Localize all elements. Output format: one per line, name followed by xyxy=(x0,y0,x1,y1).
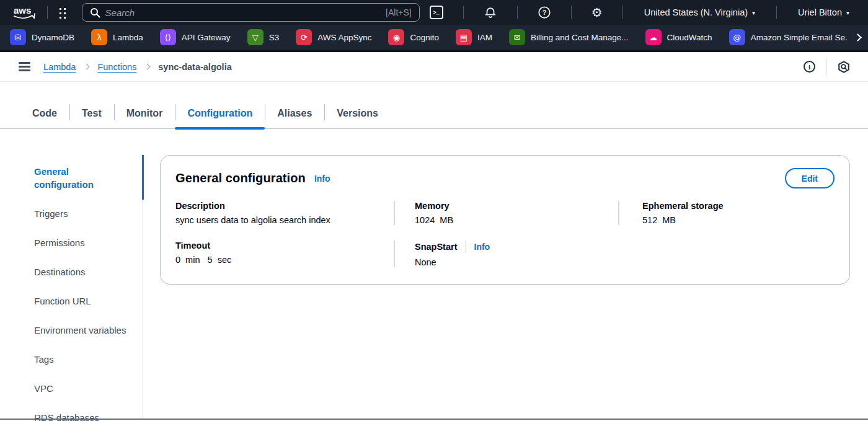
gear-icon: ⚙ xyxy=(591,6,603,19)
iam-icon: ▤ xyxy=(456,29,472,45)
favorite-ses[interactable]: @ Amazon Simple Email Se... xyxy=(729,29,852,45)
tab-test[interactable]: Test xyxy=(69,100,114,128)
chevron-down-icon: ▾ xyxy=(846,9,849,16)
services-grid-icon[interactable] xyxy=(58,6,68,19)
sidebar-item-function-url[interactable]: Function URL xyxy=(34,295,126,308)
info-panel-icon[interactable]: i xyxy=(804,61,815,73)
edit-button[interactable]: Edit xyxy=(785,168,835,188)
breadcrumb-divider xyxy=(826,59,826,75)
favorite-s3[interactable]: ▽ S3 xyxy=(247,29,280,45)
dynamodb-icon: ⛁ xyxy=(10,29,26,45)
field-timeout: Timeout 0 min 5 sec xyxy=(175,241,394,267)
field-memory: Memory 1024 MB xyxy=(394,201,618,225)
field-label: SnapStart xyxy=(415,242,458,252)
account-name-label: Uriel Bitton xyxy=(798,7,842,17)
s3-icon: ▽ xyxy=(247,29,264,45)
cognito-icon: ◉ xyxy=(388,29,404,45)
breadcrumb-chevron-icon xyxy=(144,64,151,70)
sidebar-item-triggers[interactable]: Triggers xyxy=(34,207,126,220)
topbar-divider xyxy=(47,6,48,19)
field-label: Ephemeral storage xyxy=(642,201,822,211)
function-tabs: Code Test Monitor Configuration Aliases … xyxy=(0,100,868,129)
tab-monitor[interactable]: Monitor xyxy=(114,100,175,128)
chevron-down-icon: ▾ xyxy=(752,9,755,16)
breadcrumb: Lambda Functions sync-data-algolia xyxy=(43,62,232,72)
favorite-dynamodb[interactable]: ⛁ DynamoDB xyxy=(10,29,74,45)
sidebar-item-vpc[interactable]: VPC xyxy=(34,382,126,395)
favorites-bar: ⛁ DynamoDB λ Lambda ⟨⟩ API Gateway ▽ S3 … xyxy=(0,25,868,52)
panel-title: General configuration xyxy=(175,171,306,185)
favorite-cloudwatch[interactable]: ☁ CloudWatch xyxy=(645,29,712,45)
tab-configuration[interactable]: Configuration xyxy=(175,100,265,128)
search-icon xyxy=(90,7,100,18)
amazon-q-hexagon-icon[interactable] xyxy=(837,60,851,74)
tab-aliases[interactable]: Aliases xyxy=(265,100,324,128)
field-value: 0 min 5 sec xyxy=(175,255,381,265)
bell-icon xyxy=(484,6,497,19)
cloudshell-button[interactable]: >_ xyxy=(420,6,453,19)
cloudshell-terminal-icon: >_ xyxy=(430,6,443,19)
favorites-overflow-chevron-icon[interactable] xyxy=(847,25,868,50)
topbar-divider xyxy=(463,6,464,19)
search-input[interactable] xyxy=(105,7,381,18)
field-value: None xyxy=(415,257,606,267)
field-snapstart: SnapStart Info None xyxy=(394,241,618,267)
breadcrumb-current-function: sync-data-algolia xyxy=(158,62,231,72)
search-shortcut-hint: [Alt+S] xyxy=(386,7,412,17)
region-selector[interactable]: United States (N. Virginia) ▾ xyxy=(633,7,766,17)
field-empty xyxy=(618,241,835,267)
field-value: 1024 MB xyxy=(415,215,606,225)
tab-code[interactable]: Code xyxy=(20,100,69,128)
general-configuration-panel: General configuration Info Edit Descript… xyxy=(160,155,850,285)
favorite-lambda[interactable]: λ Lambda xyxy=(91,29,143,45)
breadcrumb-chevron-icon xyxy=(84,64,90,70)
favorite-cognito[interactable]: ◉ Cognito xyxy=(388,29,439,45)
topbar-divider xyxy=(517,6,518,19)
sidebar-item-destinations[interactable]: Destinations xyxy=(34,265,126,278)
field-value: sync users data to algolia search index xyxy=(175,215,381,225)
sidebar-item-permissions[interactable]: Permissions xyxy=(34,236,126,249)
label-divider xyxy=(466,241,466,253)
field-label: Description xyxy=(175,201,381,211)
topbar-divider xyxy=(776,6,777,19)
notifications-button[interactable] xyxy=(474,6,507,19)
field-description: Description sync users data to algolia s… xyxy=(175,201,394,225)
field-value: 512 MB xyxy=(642,215,822,225)
global-search-box[interactable]: [Alt+S] xyxy=(82,3,420,22)
breadcrumb-row: Lambda Functions sync-data-algolia i xyxy=(0,52,868,82)
window-bottom-edge xyxy=(0,419,868,420)
api-gateway-icon: ⟨⟩ xyxy=(160,29,176,45)
tab-versions[interactable]: Versions xyxy=(324,100,391,128)
topbar-divider xyxy=(622,6,623,19)
breadcrumb-link-lambda[interactable]: Lambda xyxy=(43,62,76,72)
panel-info-link[interactable]: Info xyxy=(314,174,330,184)
field-label: Timeout xyxy=(175,241,381,250)
ses-icon: @ xyxy=(729,29,745,45)
aws-logo[interactable]: aws xyxy=(11,4,37,21)
svg-text:aws: aws xyxy=(14,5,31,16)
sidebar-item-environment-variables[interactable]: Environment variables xyxy=(34,324,126,337)
help-button[interactable]: ? xyxy=(528,6,561,19)
account-menu[interactable]: Uriel Bitton ▾ xyxy=(787,7,861,17)
help-question-icon: ? xyxy=(538,6,551,19)
settings-button[interactable]: ⚙ xyxy=(582,6,613,19)
top-navigation-bar: aws [Alt+S] >_ ? xyxy=(0,0,868,25)
favorite-billing[interactable]: ✉ Billing and Cost Manage... xyxy=(509,29,629,45)
billing-icon: ✉ xyxy=(509,29,525,45)
snapstart-info-link[interactable]: Info xyxy=(474,242,490,252)
lambda-icon: λ xyxy=(91,29,107,45)
region-label: United States (N. Virginia) xyxy=(644,7,748,17)
sidebar-item-general-configuration[interactable]: General configuration xyxy=(34,165,126,191)
favorite-api-gateway[interactable]: ⟨⟩ API Gateway xyxy=(160,29,231,45)
configuration-sidebar: General configuration Triggers Permissio… xyxy=(0,155,143,419)
svg-text:?: ? xyxy=(542,9,546,16)
appsync-icon: ⟳ xyxy=(296,29,312,45)
topbar-divider xyxy=(571,6,572,19)
sidebar-item-tags[interactable]: Tags xyxy=(34,353,126,366)
favorite-appsync[interactable]: ⟳ AWS AppSync xyxy=(296,29,371,45)
hamburger-menu-icon[interactable] xyxy=(19,60,30,74)
favorite-iam[interactable]: ▤ IAM xyxy=(456,29,492,45)
breadcrumb-link-functions[interactable]: Functions xyxy=(97,62,136,72)
cloudwatch-icon: ☁ xyxy=(645,29,662,45)
field-ephemeral-storage: Ephemeral storage 512 MB xyxy=(618,201,835,225)
